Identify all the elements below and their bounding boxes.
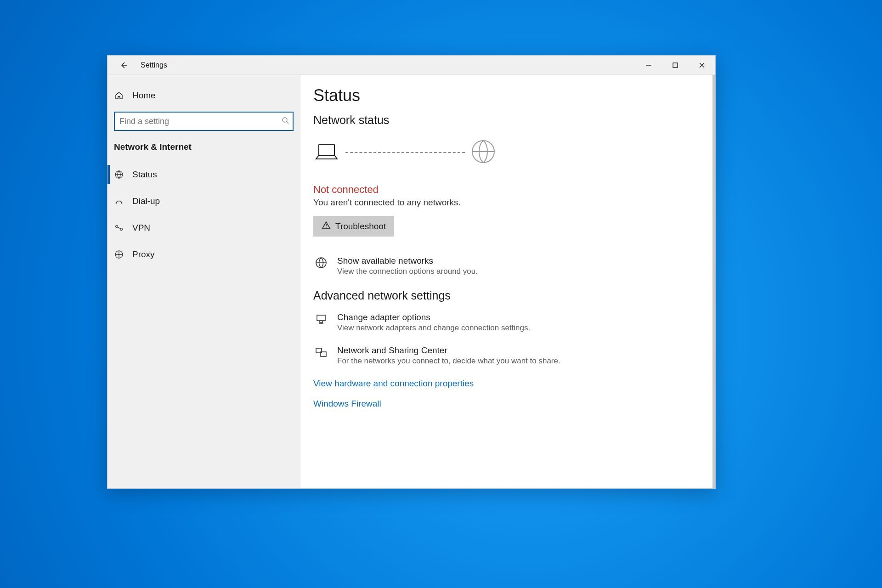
- proxy-icon: [114, 250, 124, 259]
- svg-point-10: [326, 227, 327, 228]
- network-icon: [313, 256, 329, 276]
- network-diagram: [313, 137, 702, 168]
- globe-icon: [114, 170, 124, 179]
- warning-icon: [322, 220, 331, 232]
- search-input[interactable]: [114, 112, 294, 131]
- minimize-button[interactable]: [635, 56, 662, 75]
- adapter-title: Change adapter options: [337, 312, 530, 322]
- sharing-title: Network and Sharing Center: [337, 345, 560, 356]
- svg-point-5: [116, 226, 118, 228]
- sidebar-home[interactable]: Home: [107, 86, 300, 105]
- advanced-heading: Advanced network settings: [313, 289, 702, 302]
- sidebar-section-title: Network & Internet: [107, 139, 300, 161]
- content-pane: Status Network status Not connected You …: [300, 75, 715, 488]
- adapter-icon: [313, 312, 329, 333]
- show-networks-desc: View the connection options around you.: [337, 267, 478, 276]
- svg-point-3: [116, 203, 117, 204]
- sharing-icon: [313, 345, 329, 366]
- troubleshoot-button[interactable]: Troubleshoot: [313, 216, 394, 237]
- sidebar-item-label: Proxy: [132, 249, 155, 260]
- titlebar: Settings: [107, 56, 715, 75]
- svg-point-1: [283, 118, 287, 122]
- svg-point-6: [120, 228, 123, 231]
- network-status-heading: Network status: [313, 113, 702, 127]
- adapter-desc: View network adapters and change connect…: [337, 323, 530, 333]
- sidebar-home-label: Home: [132, 90, 156, 101]
- maximize-icon: [672, 62, 678, 68]
- not-connected-desc: You aren't connected to any networks.: [313, 198, 702, 208]
- sidebar-item-label: VPN: [132, 223, 150, 233]
- back-arrow-icon: [119, 61, 128, 69]
- search-container: [107, 105, 300, 139]
- svg-rect-12: [317, 315, 325, 321]
- sidebar-item-vpn[interactable]: VPN: [107, 215, 300, 241]
- sidebar-item-label: Dial-up: [132, 196, 160, 206]
- back-button[interactable]: [114, 56, 133, 75]
- page-title: Status: [313, 86, 702, 105]
- dialup-icon: [114, 197, 124, 206]
- troubleshoot-label: Troubleshoot: [335, 221, 386, 232]
- settings-window: Settings Home: [107, 55, 716, 489]
- not-connected-label: Not connected: [313, 184, 702, 196]
- close-icon: [699, 62, 705, 68]
- scrollbar[interactable]: [712, 75, 715, 488]
- svg-rect-0: [673, 63, 678, 68]
- home-icon: [114, 91, 124, 100]
- sharing-center[interactable]: Network and Sharing Center For the netwo…: [313, 345, 702, 366]
- maximize-button[interactable]: [662, 56, 689, 75]
- minimize-icon: [645, 62, 652, 68]
- sidebar: Home Network & Internet Status: [107, 75, 300, 488]
- svg-rect-8: [319, 144, 334, 155]
- window-title: Settings: [141, 61, 167, 69]
- sidebar-item-proxy[interactable]: Proxy: [107, 241, 300, 268]
- connection-line: [345, 152, 465, 153]
- laptop-icon: [313, 141, 340, 164]
- sidebar-item-label: Status: [132, 170, 157, 180]
- svg-point-4: [121, 203, 123, 204]
- globe-large-icon: [470, 139, 496, 166]
- windows-firewall-link[interactable]: Windows Firewall: [313, 399, 702, 409]
- adapter-options[interactable]: Change adapter options View network adap…: [313, 312, 702, 333]
- show-networks-title: Show available networks: [337, 256, 478, 266]
- sidebar-item-dialup[interactable]: Dial-up: [107, 188, 300, 215]
- search-icon: [282, 117, 289, 126]
- sharing-desc: For the networks you connect to, decide …: [337, 356, 560, 366]
- hardware-properties-link[interactable]: View hardware and connection properties: [313, 379, 702, 389]
- close-button[interactable]: [689, 56, 715, 75]
- window-body: Home Network & Internet Status: [107, 75, 715, 488]
- sidebar-item-status[interactable]: Status: [107, 161, 300, 188]
- show-networks-option[interactable]: Show available networks View the connect…: [313, 256, 702, 276]
- vpn-icon: [114, 223, 124, 232]
